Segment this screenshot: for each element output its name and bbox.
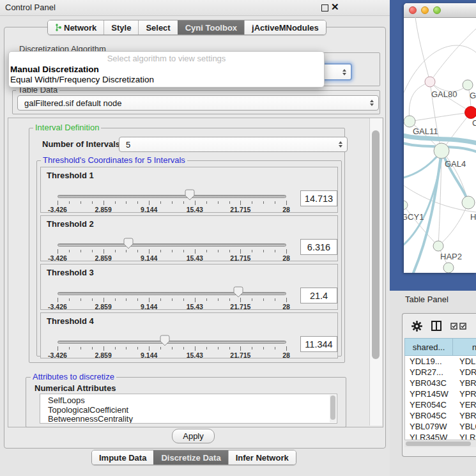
- attributes-list-scrollbar[interactable]: [330, 395, 336, 422]
- table-row[interactable]: YBR045CYBR0: [405, 410, 476, 421]
- tab-network[interactable]: Network: [48, 20, 104, 35]
- attribute-item-betweennesscentrality[interactable]: BetweennessCentrality: [48, 415, 337, 424]
- network-edge[interactable]: [410, 112, 471, 121]
- slider-track[interactable]: [58, 243, 286, 247]
- slider-tick: [149, 201, 150, 205]
- threshold-slider[interactable]: -3.4262.8599.14415.4321.71528: [58, 286, 286, 307]
- threshold-value-field[interactable]: 11.344: [300, 336, 337, 352]
- network-edge[interactable]: [409, 82, 430, 121]
- network-node[interactable]: [433, 241, 443, 251]
- slider-tick-label: 9.144: [141, 351, 157, 359]
- tab-style[interactable]: Style: [104, 20, 138, 35]
- slider-track[interactable]: [58, 341, 286, 344]
- table-row[interactable]: YBL079WYBL0: [405, 421, 476, 432]
- apply-button[interactable]: Apply: [172, 429, 215, 443]
- network-node[interactable]: [425, 77, 435, 87]
- tab-cyni-toolbox[interactable]: Cyni Toolbox: [178, 20, 244, 35]
- table-row[interactable]: YER054CYER0: [405, 399, 476, 410]
- cell-name[interactable]: YER0: [456, 400, 476, 410]
- slider-handle[interactable]: [160, 335, 170, 348]
- slider-track[interactable]: [58, 195, 286, 198]
- threshold-value-field[interactable]: 21.4: [300, 288, 337, 303]
- slider-tick: [58, 201, 58, 205]
- slider-handle[interactable]: [123, 238, 134, 251]
- cell-shared-name[interactable]: YBL079W: [405, 422, 456, 431]
- vertical-scrollbar-thumb[interactable]: [372, 130, 380, 359]
- split-columns-icon[interactable]: [431, 321, 441, 331]
- cell-shared-name[interactable]: YER054C: [405, 400, 456, 410]
- cell-shared-name[interactable]: YBR045C: [405, 411, 456, 420]
- close-icon[interactable]: ✕: [331, 1, 339, 13]
- cell-name[interactable]: YBR0: [456, 378, 476, 388]
- table-row[interactable]: YBR043CYBR0: [405, 378, 476, 388]
- threshold-value-field[interactable]: 14.713: [300, 190, 337, 206]
- mac-zoom-icon[interactable]: [433, 6, 441, 14]
- number-of-intervals-select[interactable]: 5: [119, 137, 348, 152]
- cell-name[interactable]: YDL1: [456, 357, 476, 366]
- checkbox-icon[interactable]: [450, 323, 457, 330]
- cell-name[interactable]: YDR2: [456, 367, 476, 377]
- threshold-slider[interactable]: -3.4262.8599.14415.4321.71528: [58, 237, 286, 259]
- network-node[interactable]: [404, 201, 408, 210]
- slider-tick: [183, 250, 184, 252]
- cell-shared-name[interactable]: YPR145W: [405, 389, 456, 399]
- network-edge[interactable]: [438, 203, 468, 246]
- table-header-row: shared... na: [404, 338, 476, 356]
- network-node[interactable]: [404, 116, 415, 127]
- slider-handle[interactable]: [233, 286, 243, 300]
- slider-tick: [81, 298, 81, 301]
- tab-jactivemnodules[interactable]: jActiveMNodules: [244, 20, 326, 35]
- network-window-titlebar[interactable]: [404, 3, 476, 18]
- table-row[interactable]: YDR27...YDR2: [405, 367, 476, 378]
- threshold-slider[interactable]: -3.4262.8599.14415.4321.71528: [58, 188, 286, 210]
- cell-name[interactable]: YBR0: [456, 411, 476, 420]
- cell-shared-name[interactable]: YDR27...: [405, 367, 456, 377]
- slider-tick: [275, 201, 275, 204]
- tab-impute-data[interactable]: Impute Data: [92, 450, 153, 464]
- network-node[interactable]: [462, 196, 475, 209]
- network-node[interactable]: [465, 107, 476, 119]
- column-header-name[interactable]: na: [453, 339, 476, 355]
- table-row[interactable]: YDL19...YDL1: [405, 356, 476, 367]
- cell-shared-name[interactable]: YBR043C: [405, 378, 456, 388]
- algorithm-option-equal-width-frequency-discretization[interactable]: Equal Width/Frequency Discretization: [9, 75, 324, 85]
- column-header-shared-name[interactable]: shared...: [405, 339, 453, 355]
- slider-track[interactable]: [58, 292, 286, 295]
- mac-minimize-icon[interactable]: [421, 6, 429, 14]
- network-edge[interactable]: [430, 29, 476, 82]
- vertical-scrollbar[interactable]: [369, 118, 382, 426]
- threshold-slider[interactable]: -3.4262.8599.14415.4321.71528: [58, 334, 286, 356]
- network-node[interactable]: [443, 263, 454, 273]
- table-data-select[interactable]: galFiltered.sif default node: [17, 95, 379, 111]
- cell-name[interactable]: YBL0: [456, 422, 476, 431]
- float-window-icon[interactable]: [321, 4, 328, 12]
- slider-handle[interactable]: [185, 189, 195, 203]
- network-graph-canvas[interactable]: GAL80GAGAL11CGAL4GCY1HAHAP2: [404, 17, 476, 273]
- slider-tick-label: 28: [282, 303, 290, 311]
- attribute-item-topologicalcoefficient[interactable]: TopologicalCoefficient: [48, 406, 337, 415]
- table-row[interactable]: YPR145WYPR1: [405, 388, 476, 399]
- tab-discretize-data[interactable]: Discretize Data: [153, 450, 227, 464]
- horizontal-scrollbar-thumb[interactable]: [406, 441, 471, 446]
- cell-shared-name[interactable]: YDL19...: [405, 357, 456, 366]
- mac-close-icon[interactable]: [409, 6, 417, 14]
- threshold-value-field[interactable]: 6.316: [300, 239, 337, 255]
- tab-infer-network[interactable]: Infer Network: [228, 450, 296, 464]
- cell-name[interactable]: YPR1: [456, 389, 476, 399]
- algorithm-option-manual-discretization[interactable]: Manual Discretization: [9, 65, 324, 75]
- slider-tick-label: -3.426: [48, 303, 67, 311]
- checkbox-icon[interactable]: [459, 323, 466, 330]
- network-node[interactable]: [463, 80, 473, 90]
- slider-tick: [240, 249, 241, 254]
- network-thick-edge[interactable]: [404, 158, 441, 247]
- gear-icon[interactable]: [411, 321, 422, 332]
- attributes-scrollbar-thumb[interactable]: [330, 395, 335, 420]
- algorithm-placeholder-option[interactable]: Select algorithm to view settings: [9, 54, 324, 65]
- attribute-item-selfloops[interactable]: SelfLoops: [48, 396, 337, 406]
- horizontal-scrollbar[interactable]: [404, 440, 476, 447]
- tab-select[interactable]: Select: [138, 20, 177, 35]
- network-node[interactable]: [434, 143, 449, 158]
- network-edge[interactable]: [415, 17, 430, 82]
- tab-label: jActiveMNodules: [252, 23, 319, 33]
- slider-tick: [263, 201, 264, 204]
